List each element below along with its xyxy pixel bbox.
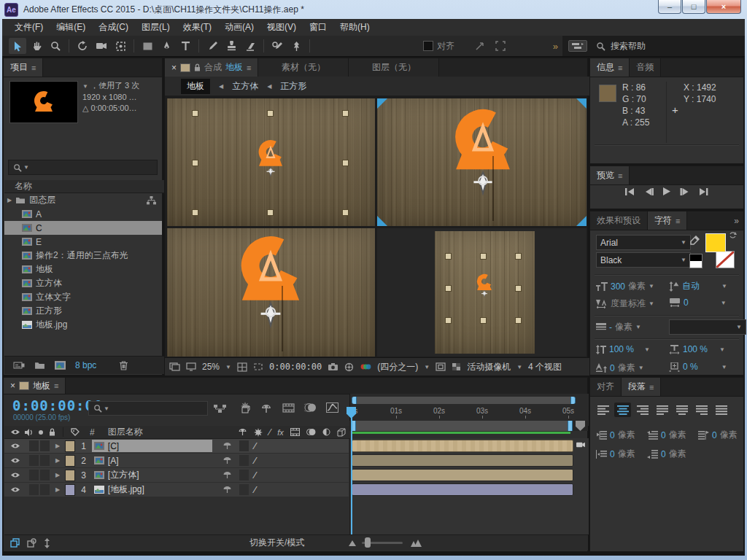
play-button[interactable]	[662, 187, 671, 196]
tab-composition[interactable]: × 合成 地板 ≡	[165, 58, 258, 77]
panel-menu-icon[interactable]: ≡	[676, 217, 680, 225]
tab-effects-presets[interactable]: 效果和预设	[590, 211, 648, 230]
snap-target-icon[interactable]	[495, 41, 506, 51]
twirl-arrow-icon[interactable]: ▶	[55, 472, 60, 478]
time-ruler[interactable]: 0s 01s 02s 03s 04s 05s	[350, 407, 589, 419]
brush-tool[interactable]	[204, 38, 221, 54]
collapse-column-icon[interactable]	[254, 428, 263, 437]
project-item[interactable]: 立方体	[4, 276, 162, 290]
audio-column-icon[interactable]	[25, 429, 33, 436]
last-frame-button[interactable]	[698, 187, 709, 196]
clone-stamp-tool[interactable]	[222, 38, 240, 54]
maximize-button[interactable]: □	[682, 0, 705, 14]
horizontal-scale-field[interactable]: 100 %▼	[669, 344, 725, 354]
fx-column-icon[interactable]: fx	[277, 428, 284, 437]
menu-layer[interactable]: 图层(L)	[135, 21, 177, 34]
menu-file[interactable]: 文件(F)	[8, 21, 50, 34]
tab-footage[interactable]: 素材（无）	[258, 58, 349, 77]
motion-blur-icon[interactable]	[304, 402, 317, 413]
work-area-end-handle[interactable]	[568, 421, 573, 431]
quality-toggle[interactable]: ∕	[255, 455, 256, 466]
eyedropper-icon[interactable]	[689, 236, 700, 246]
interpret-footage-icon[interactable]	[13, 361, 25, 370]
layer-name-cell[interactable]: [地板.jpg]	[92, 483, 212, 496]
first-frame-button[interactable]	[624, 187, 635, 196]
panel-menu-icon[interactable]: ≡	[247, 63, 251, 72]
timeline-search-input[interactable]: ▼	[88, 401, 208, 416]
transparency-grid-icon[interactable]	[452, 362, 461, 371]
menu-composition[interactable]: 合成(C)	[92, 21, 135, 34]
work-area-bar[interactable]	[351, 421, 573, 431]
layer-name-cell[interactable]: [立方体]	[92, 469, 212, 481]
tracking-field[interactable]: 0▼	[669, 298, 727, 308]
black-white-chip[interactable]	[689, 254, 703, 268]
baseline-shift-field[interactable]: 0像素▼	[596, 362, 644, 374]
rotate-tool[interactable]	[74, 38, 91, 54]
pen-tool[interactable]	[158, 38, 175, 54]
dropdown-icon[interactable]: ▼	[82, 83, 88, 90]
view-layout-value[interactable]: 4 个视图	[528, 361, 562, 373]
shy-toggle[interactable]	[222, 486, 232, 494]
panel-menu-icon[interactable]: ≡	[618, 171, 622, 180]
orange-c-logo[interactable]	[446, 107, 519, 199]
project-item[interactable]: A	[4, 207, 162, 221]
close-button[interactable]: ×	[706, 0, 741, 14]
solo-column-icon[interactable]	[39, 430, 43, 435]
panel-overflow-chevron[interactable]: »	[734, 211, 743, 230]
align-center-button[interactable]	[614, 402, 631, 417]
trash-icon[interactable]	[119, 360, 128, 370]
layer-bar-1[interactable]	[352, 440, 573, 452]
next-frame-button[interactable]	[680, 187, 689, 196]
tab-layer[interactable]: 图层（无）	[349, 58, 439, 77]
close-tab-icon[interactable]: ×	[171, 63, 177, 73]
toggle-switches-modes-button[interactable]: 切换开关/模式	[249, 537, 304, 549]
comp-viewer[interactable]	[165, 96, 587, 357]
project-item[interactable]: 正方形	[4, 304, 162, 318]
expand-arrow-icon[interactable]: ▶	[7, 197, 12, 203]
project-item[interactable]: 地板	[4, 262, 162, 276]
camera-dropdown-icon[interactable]: ▼	[516, 364, 522, 370]
space-after-field[interactable]: 0像素	[647, 448, 686, 460]
shape-tool[interactable]	[139, 38, 156, 54]
project-item-folder[interactable]: ▶ 固态层	[4, 193, 162, 207]
snap-diagonal-icon[interactable]	[475, 41, 485, 51]
zoom-out-mountain-icon[interactable]	[349, 540, 356, 546]
grid-guides-icon[interactable]	[237, 362, 247, 372]
menu-view[interactable]: 视图(V)	[260, 21, 303, 34]
shy-column-icon[interactable]	[238, 428, 247, 436]
shy-toggle[interactable]	[222, 456, 232, 464]
graph-editor-icon[interactable]	[326, 402, 338, 413]
timeline-nav-bar[interactable]	[352, 397, 576, 404]
label-column-icon[interactable]	[71, 428, 80, 436]
eye-icon[interactable]	[10, 486, 20, 493]
search-options-icon[interactable]: ▼	[23, 164, 29, 171]
comp-marker-bin[interactable]	[576, 421, 585, 431]
eye-column-icon[interactable]	[10, 429, 20, 435]
magnification-dropdown-icon[interactable]: ▼	[225, 364, 231, 370]
menu-window[interactable]: 窗口	[303, 21, 333, 34]
font-style-select[interactable]: Black▼	[596, 252, 691, 268]
new-composition-icon[interactable]	[55, 361, 66, 370]
fill-stroke-swatches[interactable]	[705, 233, 739, 268]
layer-color-chip[interactable]	[65, 484, 75, 496]
twirl-arrow-icon[interactable]: ▶	[55, 457, 60, 464]
eye-icon[interactable]	[10, 472, 20, 478]
twirl-arrow-icon[interactable]: ▶	[55, 443, 60, 449]
timeline-zoom-slider-handle[interactable]	[365, 537, 371, 548]
layer-row-1[interactable]: ▶ 1 [C] ∕	[4, 439, 349, 453]
previous-frame-button[interactable]	[644, 187, 654, 196]
view-bottom-left[interactable]	[167, 228, 375, 357]
color-depth-button[interactable]: 8 bpc	[75, 360, 96, 370]
tab-paragraph[interactable]: 段落 ≡	[622, 378, 661, 396]
kerning-field[interactable]: 度量标准▼	[596, 298, 654, 310]
tab-preview[interactable]: 预览 ≡	[590, 166, 630, 184]
panel-menu-icon[interactable]: ≡	[618, 63, 622, 72]
composition-mini-flowchart-icon[interactable]	[214, 404, 226, 413]
search-options-icon[interactable]: ▼	[104, 405, 109, 412]
panel-menu-icon[interactable]: ≡	[31, 63, 36, 72]
comp-current-time[interactable]: 0:00:00:00	[269, 362, 322, 372]
menu-effect[interactable]: 效果(T)	[177, 21, 218, 34]
stroke-style-select[interactable]: ▼	[669, 319, 746, 335]
draft-3d-icon[interactable]	[239, 402, 252, 414]
font-size-field[interactable]: 300像素▼	[596, 280, 654, 292]
